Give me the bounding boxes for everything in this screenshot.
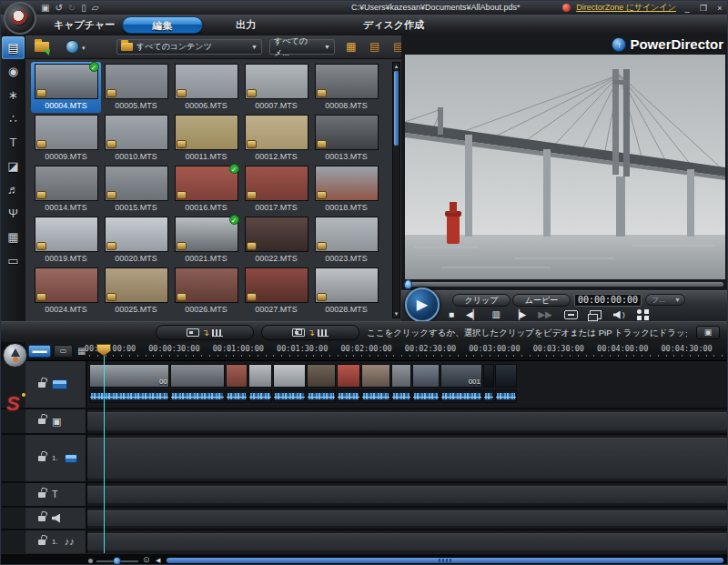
scrollbar-thumb[interactable] <box>394 71 399 146</box>
sidebar-item-pip-objects-room[interactable]: ∗ <box>2 84 25 106</box>
content-filter-dropdown[interactable]: すべてのコンテンツ ▼ <box>116 39 262 55</box>
sidebar-item-chapter-room[interactable]: ▦ <box>2 226 25 248</box>
timeline-clip[interactable] <box>412 364 440 403</box>
timeline-scrollbar-thumb[interactable] <box>167 558 723 563</box>
sidebar-item-audio-mixing-room[interactable]: ♬ <box>2 178 25 201</box>
download-globe-icon[interactable] <box>66 40 79 54</box>
timeline-clip[interactable]: 001 <box>440 364 482 403</box>
timeline-view-button[interactable]: ▬▬ <box>28 345 51 358</box>
insert-to-pip-track-button[interactable]: ↴ <box>261 325 359 340</box>
title-track-lane[interactable] <box>87 483 728 506</box>
close-button[interactable]: × <box>714 3 725 14</box>
timeline-ruler[interactable]: ▬▬ ▭ ▦ 00:00:00:0000:00:30:0000:01:00:00… <box>25 342 728 361</box>
timecode-display[interactable]: 00:00:00:00 <box>574 294 642 307</box>
sidebar-item-title-room[interactable]: T <box>2 131 25 154</box>
music-track-lane[interactable] <box>87 530 728 553</box>
library-item[interactable]: 00015.MTS <box>101 164 171 215</box>
timeline-clip[interactable] <box>226 364 248 403</box>
undo-icon[interactable]: ↺ <box>55 4 62 13</box>
zoom-out-icon[interactable] <box>88 559 93 563</box>
sidebar-item-voiceover-room[interactable]: Ψ <box>2 202 25 225</box>
restore-button[interactable]: ❐ <box>698 3 709 14</box>
next-frame-icon[interactable]: ▕▶ <box>512 309 526 320</box>
library-item[interactable]: 00006.MTS <box>171 62 241 113</box>
range-select-button[interactable]: ▣ <box>696 326 720 339</box>
tab-edit[interactable]: 編集 <box>122 16 203 34</box>
preview-quality-dropdown[interactable]: フ... ▼ <box>645 294 685 306</box>
library-item[interactable]: 00019.MTS <box>31 215 101 266</box>
timeline-clip[interactable] <box>337 364 360 403</box>
previous-frame-icon[interactable]: ◀▏ <box>466 309 480 320</box>
tab-produce[interactable]: 出力 <box>236 18 256 32</box>
play-button[interactable]: ▶ <box>405 288 440 322</box>
library-item[interactable]: 00005.MTS <box>101 62 171 113</box>
magic-style-button[interactable]: S <box>6 392 25 416</box>
voice-track-lane[interactable] <box>87 508 728 529</box>
fast-forward-icon[interactable]: ▶▶ <box>538 309 551 320</box>
library-item[interactable]: 00008.MTS <box>311 62 381 113</box>
scroll-down-icon[interactable]: ▼ <box>393 310 399 318</box>
clip-mode-button[interactable]: クリップ <box>452 294 511 307</box>
timeline-clip[interactable] <box>495 364 517 403</box>
track-lock-icon[interactable] <box>38 540 46 545</box>
save-icon[interactable]: ▣ <box>41 4 49 13</box>
library-item[interactable]: 00022.MTS <box>241 215 311 266</box>
scroll-up-icon[interactable]: ▲ <box>393 63 399 70</box>
new-project-icon[interactable]: ▯ <box>81 4 86 13</box>
sidebar-item-subtitle-room[interactable]: ▭ <box>2 249 25 272</box>
track-lock-icon[interactable] <box>38 382 46 388</box>
library-item[interactable]: 00024.MTS <box>31 266 101 317</box>
library-item[interactable]: 00025.MTS <box>101 266 171 317</box>
timeline-clip[interactable] <box>361 364 390 403</box>
track-lock-icon[interactable] <box>38 492 46 498</box>
voice-track-header[interactable] <box>1 508 87 529</box>
globe-caret-icon[interactable]: ▾ <box>82 45 86 52</box>
undock-preview-icon[interactable] <box>590 310 602 319</box>
media-filter-dropdown[interactable]: すべてのメ... ▼ <box>269 39 335 55</box>
library-scrollbar[interactable]: ▲ ▼ <box>392 62 400 318</box>
stop-icon[interactable]: ■ <box>449 309 454 320</box>
library-item[interactable]: ✓00004.MTS <box>31 62 101 113</box>
library-item[interactable]: ✓00021.MTS <box>171 215 241 266</box>
library-item[interactable]: 00017.MTS <box>241 164 311 215</box>
timeline-clip[interactable] <box>483 364 494 403</box>
timeline-clip[interactable] <box>248 364 272 403</box>
seek-handle[interactable] <box>404 279 412 289</box>
directorzone-signin-link[interactable]: DirectorZone にサインイン <box>576 2 676 14</box>
tab-create-disc[interactable]: ディスク作成 <box>363 18 424 32</box>
video-track-lane[interactable]: 00001 <box>87 361 728 408</box>
timeline-clip[interactable] <box>170 364 225 403</box>
timeline-clip[interactable]: 00 <box>89 364 169 403</box>
sidebar-item-transition-room[interactable]: ◪ <box>2 155 25 177</box>
library-item[interactable]: 00013.MTS <box>311 113 381 164</box>
sidebar-item-media-room[interactable]: ▤ <box>2 36 25 59</box>
library-item[interactable]: 00012.MTS <box>241 113 311 164</box>
open-project-icon[interactable]: ▱ <box>92 4 99 13</box>
volume-icon[interactable]: ) <box>613 310 625 320</box>
track-lock-icon[interactable] <box>38 456 46 461</box>
library-item[interactable]: 00018.MTS <box>311 164 381 215</box>
media-viewer-icon[interactable] <box>637 309 649 320</box>
library-item[interactable]: 00011.MTS <box>171 113 241 164</box>
preview-quality-icon[interactable] <box>564 310 578 319</box>
movie-mode-button[interactable]: ムービー <box>512 294 571 307</box>
pip-track-lane[interactable] <box>87 435 728 481</box>
library-item[interactable]: 00010.MTS <box>101 113 171 164</box>
zoom-slider-handle[interactable] <box>113 557 121 565</box>
pip-track-header[interactable]: 1. <box>1 435 87 481</box>
grid-view-icon[interactable]: ▦ <box>346 41 356 53</box>
music-track-header[interactable]: 1.♪♪ <box>1 530 87 553</box>
timeline-zoom-slider[interactable] <box>96 560 138 562</box>
sidebar-item-effect-room[interactable]: ◉ <box>2 60 25 83</box>
library-item[interactable]: 00014.MTS <box>31 164 101 215</box>
library-item[interactable]: 00026.MTS <box>171 266 241 317</box>
fit-timeline-clock-icon[interactable]: ⊙ <box>143 555 150 564</box>
magic-tools-button[interactable] <box>3 343 27 368</box>
storyboard-view-button[interactable]: ▭ <box>54 345 73 358</box>
timeline-clip[interactable] <box>273 364 306 403</box>
timeline-scrollbar[interactable] <box>165 557 725 564</box>
redo-icon[interactable]: ↻ <box>68 4 76 13</box>
library-item[interactable]: ✓00016.MTS <box>171 164 241 215</box>
preview-seek-bar[interactable] <box>404 282 723 287</box>
title-track-header[interactable]: T <box>1 483 87 506</box>
